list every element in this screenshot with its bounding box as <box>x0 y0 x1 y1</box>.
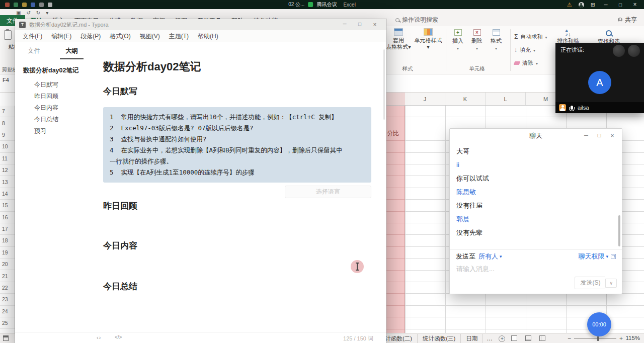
sheet-overflow-icon[interactable] <box>483 335 496 342</box>
name-box[interactable]: F4 <box>3 77 9 83</box>
participant-thumbnail <box>613 45 625 57</box>
format-as-table-button[interactable]: 套用 表格格式 <box>384 28 413 50</box>
sidebar-tab-files[interactable]: 文件 <box>15 42 53 59</box>
popout-icon[interactable] <box>611 254 616 259</box>
code-language-select[interactable]: 选择语言 <box>285 186 371 198</box>
maximize-icon[interactable] <box>352 21 367 28</box>
normal-view-icon[interactable] <box>511 335 517 341</box>
send-to-selector[interactable]: 所有人 <box>478 252 498 261</box>
row-header-cell[interactable]: 22 <box>0 282 15 294</box>
chevron-down-icon[interactable] <box>500 254 502 259</box>
format-cells-button[interactable]: 格式 <box>487 29 505 51</box>
tray-icon[interactable] <box>39 3 44 7</box>
tray-icon[interactable] <box>5 3 10 7</box>
maximize-icon[interactable] <box>593 132 606 139</box>
chat-permission[interactable]: 聊天权限 <box>578 252 616 261</box>
outline-item[interactable]: 今日内容 <box>23 102 91 114</box>
row-header-cell[interactable]: 14 <box>0 188 15 200</box>
menu-item[interactable]: 文件(F) <box>18 32 47 41</box>
editor-area[interactable]: 数据分析day02笔记 今日默写 1 常用的快捷方式有哪些，请写出10个，并描述… <box>91 42 386 332</box>
layout-grid-icon[interactable] <box>591 2 595 8</box>
chat-scrollbar-thumb[interactable] <box>618 215 620 246</box>
tray-icon[interactable] <box>48 3 52 7</box>
send-options-caret-icon[interactable] <box>605 279 617 288</box>
tell-me-search[interactable]: 操作说明搜索 <box>395 16 438 24</box>
column-header-cell[interactable]: K <box>445 93 486 105</box>
outline-list: 数据分析day02笔记今日默写昨日回顾今日内容今日总结预习 <box>15 59 91 137</box>
user-icon[interactable] <box>579 2 584 8</box>
minimize-icon[interactable] <box>337 21 352 28</box>
page-break-view-icon[interactable] <box>539 335 545 341</box>
outline-item[interactable]: 今日默写 <box>23 79 91 91</box>
row-header-cell[interactable]: 21 <box>0 270 15 282</box>
row-header-cell[interactable]: 20 <box>0 259 15 270</box>
zoom-slider-thumb[interactable] <box>597 336 599 341</box>
outline-item[interactable]: 预习 <box>23 125 91 137</box>
row-header-cell[interactable]: 11 <box>0 153 15 164</box>
sidebar-tab-outline[interactable]: 大纲 <box>53 42 91 59</box>
zoom-percentage[interactable]: 115% <box>625 333 640 343</box>
zoom-slider[interactable] <box>574 338 616 339</box>
row-header-cell[interactable]: 8 <box>0 117 15 129</box>
row-header-cell[interactable]: 16 <box>0 212 15 223</box>
fill-button[interactable]: 填充 <box>514 43 547 56</box>
doc-heading-today-dictation[interactable]: 今日默写 <box>103 85 371 97</box>
code-block[interactable]: 1 常用的快捷方式有哪些，请写出10个，并描述功能，例如：【ctrl+C 复制】… <box>103 107 371 183</box>
close-icon[interactable] <box>367 21 382 28</box>
outline-item[interactable]: 数据分析day02笔记 <box>23 66 80 75</box>
column-header-cell[interactable]: J <box>405 93 445 105</box>
maximize-icon[interactable] <box>616 2 624 8</box>
menu-item[interactable]: 主题(T) <box>165 32 193 41</box>
send-button[interactable]: 发送(S) <box>575 277 605 289</box>
menu-item[interactable]: 视图(V) <box>135 32 165 41</box>
menu-item[interactable]: 段落(P) <box>76 32 105 41</box>
cell-styles-button[interactable]: 单元格样式 <box>414 28 443 50</box>
tray-icon[interactable] <box>22 3 27 7</box>
row-header-cell[interactable]: 18 <box>0 235 15 246</box>
delete-cells-button[interactable]: × 删除 <box>468 29 486 51</box>
minimize-icon[interactable] <box>580 132 593 139</box>
tray-icon[interactable] <box>14 3 18 7</box>
menu-item[interactable]: 格式(O) <box>105 32 135 41</box>
row-header-cell[interactable]: 19 <box>0 247 15 259</box>
source-mode-icon[interactable] <box>115 334 122 340</box>
outline-nav-icon[interactable] <box>97 334 101 340</box>
doc-heading-1[interactable]: 数据分析day02笔记 <box>103 59 371 74</box>
menu-item[interactable]: 帮助(H) <box>193 32 223 41</box>
row-header-cell[interactable]: 25 <box>0 317 15 329</box>
outline-item[interactable]: 今日总结 <box>23 114 91 125</box>
outline-item[interactable]: 昨日回顾 <box>23 91 91 102</box>
row-header-cell[interactable]: 12 <box>0 164 15 176</box>
zoom-out-icon[interactable]: − <box>568 335 571 342</box>
sheet-tab[interactable]: 统计函数(三) <box>418 334 461 343</box>
minimize-icon[interactable] <box>602 2 610 8</box>
sheet-tab[interactable]: 日期 <box>461 334 483 343</box>
format-as-table-label2: 表格格式 <box>384 44 413 50</box>
chat-input[interactable]: 请输入消息... <box>456 265 615 274</box>
zoom-in-icon[interactable]: + <box>619 335 623 342</box>
menu-item[interactable]: 编辑(E) <box>47 32 76 41</box>
clear-button[interactable]: 清除 <box>514 56 547 69</box>
add-sheet-icon[interactable] <box>499 335 505 342</box>
row-header-cell[interactable]: 17 <box>0 223 15 235</box>
row-header-cell[interactable]: 9 <box>0 129 15 141</box>
column-header-cell[interactable]: L <box>486 93 526 105</box>
editor-scrollbar[interactable] <box>383 49 385 120</box>
close-icon[interactable] <box>631 1 639 8</box>
row-header-cell[interactable]: 15 <box>0 200 15 211</box>
close-icon[interactable] <box>606 132 619 139</box>
doc-heading-today-content[interactable]: 今日内容 <box>103 240 371 251</box>
row-header-cell[interactable]: 10 <box>0 141 15 152</box>
insert-cells-button[interactable]: + 插入 <box>449 29 467 51</box>
tray-icon[interactable] <box>31 3 35 7</box>
page-layout-view-icon[interactable] <box>525 335 531 341</box>
doc-heading-yesterday-review[interactable]: 昨日回顾 <box>103 200 371 212</box>
row-header-cell[interactable]: 7 <box>0 106 15 117</box>
row-header-cell[interactable]: 24 <box>0 306 15 317</box>
doc-heading-today-summary[interactable]: 今日总结 <box>103 281 371 292</box>
row-header-cell[interactable]: 23 <box>0 294 15 305</box>
speaker-info-bar: ailsa <box>555 102 644 113</box>
share-button[interactable]: 共享 <box>618 16 637 24</box>
row-header-cell[interactable]: 13 <box>0 176 15 188</box>
autosum-button[interactable]: 自动求和 <box>514 30 547 43</box>
